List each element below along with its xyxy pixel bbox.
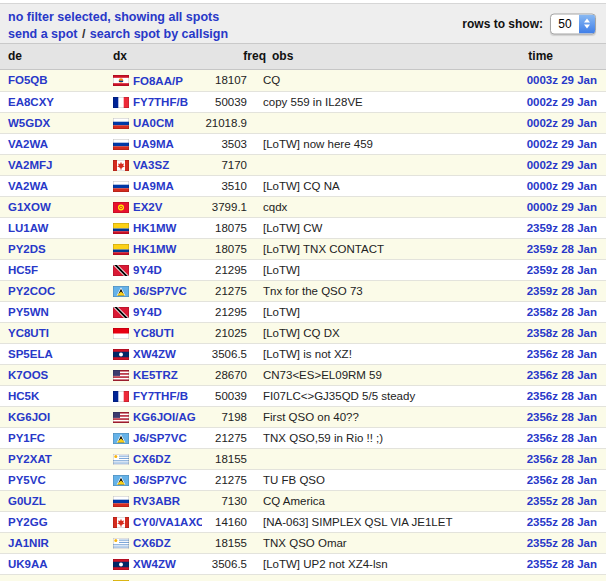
flag-canada-icon bbox=[113, 160, 129, 171]
dx-callsign-link[interactable]: HK1MW bbox=[133, 218, 176, 238]
obs-text: CQ bbox=[250, 70, 506, 91]
dx-callsign-link[interactable]: J6/SP7VC bbox=[133, 281, 187, 301]
dx-callsign-link[interactable]: CY0/VA1AXC bbox=[133, 512, 202, 532]
spot-row: YC8UTIYC8UTI21025[LoTW] CQ DX2358z 28 Ja… bbox=[0, 322, 606, 343]
obs-text: TNX QSO,59 in Rio !! ;) bbox=[250, 428, 506, 448]
spot-time: 0000z 29 Jan bbox=[506, 197, 606, 217]
de-callsign-link[interactable]: VA2MFJ bbox=[8, 159, 53, 171]
de-callsign-link[interactable]: PY2DS bbox=[8, 243, 46, 255]
de-callsign-link[interactable]: PY5WN bbox=[8, 306, 49, 318]
dx-callsign-link[interactable]: RV3ABR bbox=[133, 491, 180, 511]
spot-row: PY2GGCY0/VA1AXC14160[NA-063] SIMPLEX QSL… bbox=[0, 511, 606, 532]
spot-row: PY2COCJ6/SP7VC21275Tnx for the QSO 73235… bbox=[0, 280, 606, 301]
dx-callsign-link[interactable]: XW4ZW bbox=[133, 344, 176, 364]
spot-row: FO5QBFO8AA/P18107CQ0003z 29 Jan bbox=[0, 70, 606, 91]
obs-text: [NA-063] SIMPLEX QSL VIA JE1LET bbox=[250, 512, 506, 532]
obs-text: [LoTW] is not XZ! bbox=[250, 344, 506, 364]
column-header-de: de bbox=[8, 44, 22, 69]
flag-st-lucia-icon bbox=[113, 433, 129, 444]
flag-laos-icon bbox=[113, 349, 129, 360]
de-callsign-link[interactable]: PY2XAT bbox=[8, 453, 52, 465]
obs-text: CN73<ES>EL09RM 59 bbox=[250, 365, 506, 385]
dx-callsign-link[interactable]: UA9MA bbox=[133, 134, 174, 154]
dx-callsign-link[interactable]: FO8AA/P bbox=[133, 71, 183, 91]
freq-value: 21275 bbox=[202, 428, 250, 448]
dx-callsign-link[interactable]: J6/SP7VC bbox=[133, 428, 187, 448]
obs-text: [LoTW] bbox=[250, 302, 506, 322]
rows-to-show-control: rows to show: 50 bbox=[462, 13, 596, 34]
dx-callsign-link[interactable]: UA0CM bbox=[133, 113, 174, 133]
dx-callsign-link[interactable]: KE5TRZ bbox=[133, 365, 178, 385]
de-callsign-link[interactable]: PY2COC bbox=[8, 285, 55, 297]
freq-value: 18075 bbox=[202, 575, 250, 581]
spot-row: VA2WAUA9MA3510[LoTW] CQ NA0000z 29 Jan bbox=[0, 175, 606, 196]
spot-time: 0002z 29 Jan bbox=[506, 134, 606, 154]
obs-text: CQ America bbox=[250, 491, 506, 511]
rows-to-show-select[interactable]: 50 bbox=[550, 13, 596, 34]
toolbar: no filter selected, showing all spots se… bbox=[0, 3, 606, 44]
flag-st-lucia-icon bbox=[113, 475, 129, 486]
spot-row: G0UZLRV3ABR7130CQ America2355z 28 Jan bbox=[0, 490, 606, 511]
de-callsign-link[interactable]: YC8UTI bbox=[8, 327, 49, 339]
de-callsign-link[interactable]: LU1AW bbox=[8, 222, 48, 234]
freq-value: 21018.9 bbox=[202, 113, 250, 133]
de-callsign-link[interactable]: PY2GG bbox=[8, 516, 48, 528]
de-callsign-link[interactable]: VA2WA bbox=[8, 138, 48, 150]
de-callsign-link[interactable]: EA8CXY bbox=[8, 96, 54, 108]
dx-callsign-link[interactable]: YC8UTI bbox=[133, 323, 174, 343]
dx-callsign-link[interactable]: EX2V bbox=[133, 197, 162, 217]
freq-value: 3510 bbox=[202, 176, 250, 196]
dx-callsign-link[interactable]: 9Y4D bbox=[133, 302, 162, 322]
de-callsign-link[interactable]: G1XOW bbox=[8, 201, 51, 213]
de-callsign-link[interactable]: VA2WA bbox=[8, 180, 48, 192]
de-callsign-link[interactable]: PY1FC bbox=[8, 432, 45, 444]
spot-time: 2359z 28 Jan bbox=[506, 239, 606, 259]
dx-callsign-link[interactable]: J6/SP7VC bbox=[133, 470, 187, 490]
de-callsign-link[interactable]: G0UZL bbox=[8, 495, 46, 507]
dx-callsign-link[interactable]: FY7THF/B bbox=[133, 92, 188, 112]
search-spot-link[interactable]: search spot by callsign bbox=[90, 27, 228, 41]
dx-callsign-link[interactable]: UA9MA bbox=[133, 176, 174, 196]
de-callsign-link[interactable]: KG6JOI bbox=[8, 411, 50, 423]
dx-callsign-link[interactable]: 9Y4D bbox=[133, 260, 162, 280]
dx-callsign-link[interactable]: HK1MW bbox=[133, 239, 176, 259]
dx-callsign-link[interactable]: VA3SZ bbox=[133, 155, 169, 175]
spot-row: LU1AWHK1MW18075[LoTW] CW2359z 28 Jan bbox=[0, 217, 606, 238]
filter-status-link[interactable]: no filter selected, showing all spots bbox=[8, 10, 219, 24]
select-stepper-icon[interactable] bbox=[579, 14, 595, 33]
flag-russia-icon bbox=[113, 181, 129, 192]
flag-colombia-icon bbox=[113, 244, 129, 255]
dx-callsign-link[interactable]: KG6JOI/AG bbox=[133, 407, 196, 427]
freq-value: 28670 bbox=[202, 365, 250, 385]
de-callsign-link[interactable]: JA1NIR bbox=[8, 537, 49, 549]
dx-callsign-link[interactable]: CX6DZ bbox=[133, 449, 171, 469]
flag-uruguay-icon bbox=[113, 454, 129, 465]
dx-callsign-link[interactable]: HK1MW bbox=[133, 575, 176, 581]
de-callsign-link[interactable]: FO5QB bbox=[8, 74, 48, 86]
de-callsign-link[interactable]: HC5F bbox=[8, 264, 38, 276]
spot-time: 0002z 29 Jan bbox=[506, 155, 606, 175]
freq-value: 50039 bbox=[202, 92, 250, 112]
freq-value: 18075 bbox=[202, 218, 250, 238]
chevron-up-icon bbox=[584, 19, 590, 23]
de-callsign-link[interactable]: UK9AA bbox=[8, 558, 48, 570]
de-callsign-link[interactable]: HC5K bbox=[8, 390, 39, 402]
dx-callsign-link[interactable]: CX6DZ bbox=[133, 533, 171, 553]
dx-callsign-link[interactable]: XW4ZW bbox=[133, 554, 176, 574]
send-spot-link[interactable]: send a spot bbox=[8, 27, 77, 41]
flag-trinidad-tobago-icon bbox=[113, 307, 129, 318]
obs-text: TU FB QSO bbox=[250, 470, 506, 490]
dx-callsign-link[interactable]: FY7THF/B bbox=[133, 386, 188, 406]
rows-to-show-value: 50 bbox=[551, 14, 579, 33]
freq-value: 50039 bbox=[202, 386, 250, 406]
freq-value: 21025 bbox=[202, 323, 250, 343]
obs-text: cqdx bbox=[250, 197, 506, 217]
de-callsign-link[interactable]: K7OOS bbox=[8, 369, 48, 381]
de-callsign-link[interactable]: PY5VC bbox=[8, 474, 46, 486]
de-callsign-link[interactable]: SP5ELA bbox=[8, 348, 53, 360]
de-callsign-link[interactable]: W5GDX bbox=[8, 117, 50, 129]
spot-row: PY5VCJ6/SP7VC21275TU FB QSO2356z 28 Jan bbox=[0, 469, 606, 490]
obs-text: [LoTW] bbox=[250, 260, 506, 280]
spot-time: 0000z 29 Jan bbox=[506, 176, 606, 196]
spot-time: 2356z 28 Jan bbox=[506, 449, 606, 469]
